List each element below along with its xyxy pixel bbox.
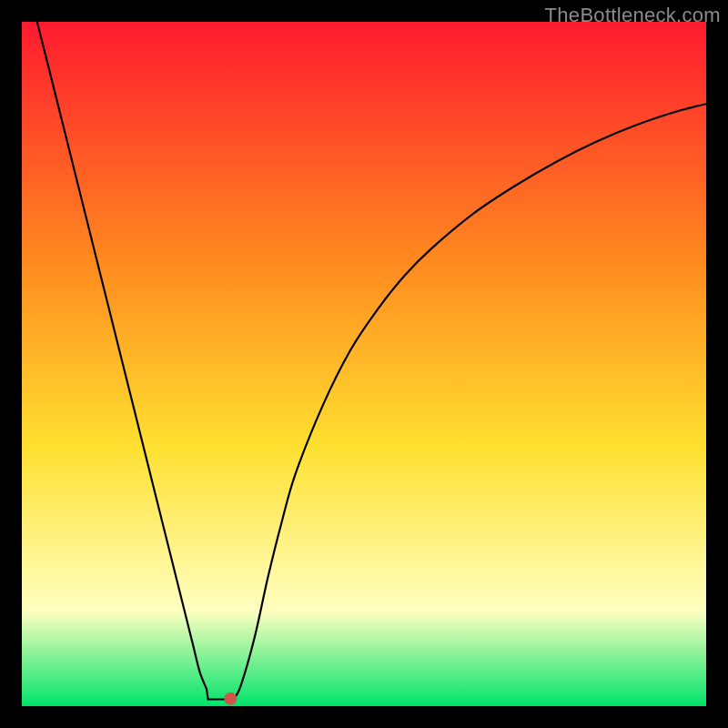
optimum-marker: [224, 693, 237, 705]
bottleneck-chart: [22, 22, 706, 706]
gradient-background: [22, 22, 706, 706]
watermark-text: TheBottleneck.com: [545, 4, 721, 27]
